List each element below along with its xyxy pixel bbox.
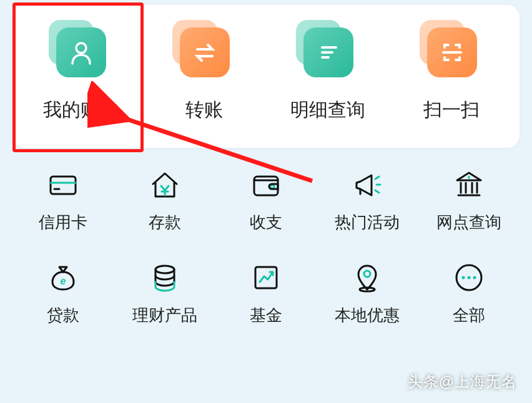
grid-label: 理财产品 bbox=[132, 304, 197, 326]
main-label: 我的账户 bbox=[43, 97, 118, 123]
main-item-scan[interactable]: 扫一扫 bbox=[395, 24, 508, 123]
main-item-transfer[interactable]: 转账 bbox=[148, 24, 260, 123]
svg-rect-1 bbox=[51, 177, 76, 194]
grid-label: 本地优惠 bbox=[335, 304, 400, 326]
grid-item-fund[interactable]: 基金 bbox=[215, 260, 317, 326]
house-yen-icon bbox=[147, 167, 183, 203]
credit-card-icon bbox=[45, 167, 81, 203]
person-icon bbox=[52, 24, 109, 80]
grid-label: 收支 bbox=[250, 211, 282, 233]
svg-point-5 bbox=[155, 266, 174, 273]
grid-item-branch-query[interactable]: 网点查询 bbox=[418, 167, 520, 233]
grid-item-deposit[interactable]: 存款 bbox=[114, 167, 215, 233]
grid-label: 信用卡 bbox=[39, 211, 87, 233]
grid-item-hot-events[interactable]: 热门活动 bbox=[317, 167, 418, 233]
bank-building-icon bbox=[451, 167, 487, 203]
svg-point-12 bbox=[473, 276, 476, 279]
grid-item-all[interactable]: 全部 bbox=[418, 260, 520, 326]
grid-menu: 信用卡 存款 收支 bbox=[12, 167, 520, 326]
grid-label: 全部 bbox=[453, 304, 485, 326]
svg-point-10 bbox=[461, 276, 465, 279]
svg-point-0 bbox=[76, 43, 86, 53]
grid-item-loan[interactable]: e 贷款 bbox=[12, 260, 114, 326]
main-label: 扫一扫 bbox=[423, 97, 480, 123]
more-dots-icon bbox=[451, 260, 487, 296]
megaphone-icon bbox=[349, 167, 385, 203]
grid-item-credit-card[interactable]: 信用卡 bbox=[12, 167, 114, 233]
grid-item-local-offers[interactable]: 本地优惠 bbox=[317, 260, 418, 326]
chart-up-icon bbox=[248, 260, 284, 296]
grid-label: 贷款 bbox=[47, 304, 79, 326]
location-pin-icon bbox=[349, 260, 385, 296]
svg-text:e: e bbox=[61, 276, 66, 286]
main-menu-card: 我的账户 转账 明细查询 bbox=[12, 5, 520, 148]
grid-label: 存款 bbox=[149, 211, 181, 233]
svg-point-7 bbox=[364, 271, 370, 277]
main-item-my-account[interactable]: 我的账户 bbox=[24, 24, 137, 123]
scan-icon bbox=[423, 24, 480, 80]
svg-point-11 bbox=[467, 276, 470, 279]
grid-item-income-expense[interactable]: 收支 bbox=[215, 167, 317, 233]
grid-label: 热门活动 bbox=[335, 211, 400, 233]
main-label: 明细查询 bbox=[290, 97, 365, 123]
grid-label: 网点查询 bbox=[436, 211, 501, 233]
svg-point-3 bbox=[270, 185, 274, 188]
grid-item-wealth[interactable]: 理财产品 bbox=[114, 260, 215, 326]
main-item-details[interactable]: 明细查询 bbox=[272, 24, 384, 123]
transfer-icon bbox=[176, 24, 232, 80]
main-label: 转账 bbox=[185, 97, 223, 123]
grid-label: 基金 bbox=[250, 304, 282, 326]
list-icon bbox=[300, 24, 356, 80]
wallet-icon bbox=[248, 167, 284, 203]
watermark-text: 头条@上海无名 bbox=[408, 372, 517, 392]
money-bag-icon: e bbox=[45, 260, 81, 296]
coins-stack-icon bbox=[147, 260, 183, 296]
